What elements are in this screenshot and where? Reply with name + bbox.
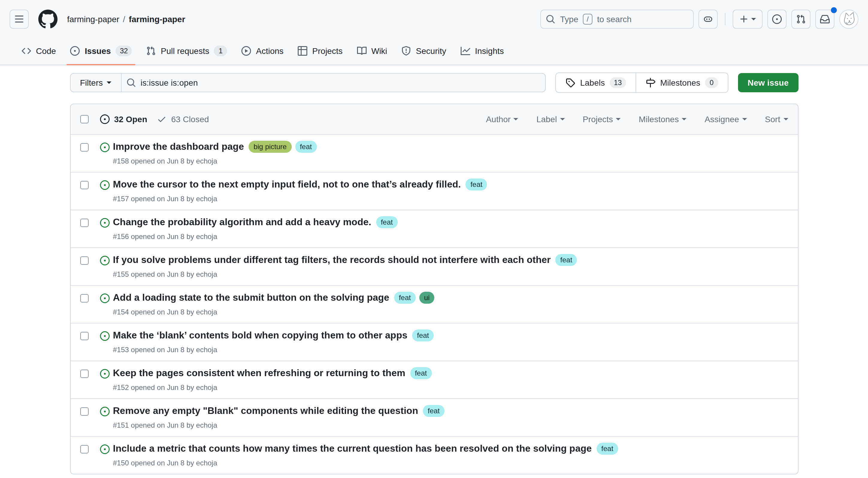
- issues-search-input[interactable]: [121, 73, 546, 92]
- issue-title[interactable]: Keep the pages consistent when refreshin…: [113, 367, 405, 379]
- main-content: Filters Labels 13 Milestones 0: [51, 72, 817, 474]
- hamburger-menu-button[interactable]: [9, 9, 29, 29]
- issue-row: Move the cursor to the next empty input …: [70, 172, 798, 210]
- issue-row: Make the ‘blank’ contents bold when copy…: [70, 323, 798, 360]
- issue-main: Remove any empty "Blank" components whil…: [113, 405, 444, 430]
- app-header: farming-paper / farming-paper Type / to …: [0, 0, 868, 65]
- issue-title[interactable]: Improve the dashboard page: [113, 141, 244, 153]
- issue-label[interactable]: feat: [597, 443, 618, 455]
- author-filter-dropdown[interactable]: Author: [486, 115, 519, 124]
- tab-issues[interactable]: Issues 32: [63, 37, 139, 65]
- issue-main: Make the ‘blank’ contents bold when copy…: [113, 329, 434, 355]
- closed-count-label: 63 Closed: [171, 115, 209, 124]
- issue-label[interactable]: feat: [410, 367, 432, 379]
- tab-insights[interactable]: Insights: [454, 37, 511, 65]
- issue-row: Keep the pages consistent when refreshin…: [70, 360, 798, 398]
- tab-wiki[interactable]: Wiki: [350, 37, 395, 65]
- issue-label[interactable]: feat: [412, 329, 434, 342]
- issue-title[interactable]: Change the probability algorithm and add…: [113, 216, 371, 228]
- issue-opened-icon: [100, 444, 109, 454]
- issue-labels: feat: [410, 367, 432, 379]
- issue-labels: feat: [423, 405, 444, 417]
- issues-list: Improve the dashboard page big picturefe…: [70, 134, 798, 474]
- issue-label[interactable]: feat: [466, 179, 487, 190]
- issue-title[interactable]: Include a metric that counts how many ti…: [113, 443, 592, 455]
- dropdown-label: Assignee: [705, 115, 739, 124]
- filters-dropdown-button[interactable]: Filters: [70, 73, 121, 92]
- avatar[interactable]: [839, 9, 859, 29]
- plus-icon: [739, 14, 749, 24]
- projects-filter-dropdown[interactable]: Projects: [583, 115, 621, 124]
- breadcrumb-owner-link[interactable]: farming-paper: [67, 14, 119, 24]
- tab-projects[interactable]: Projects: [291, 37, 350, 65]
- issue-opened-icon: [100, 369, 109, 379]
- chevron-down-icon: [616, 118, 621, 123]
- breadcrumb-repo-link[interactable]: farming-paper: [129, 14, 185, 24]
- issue-meta: #154 opened on Jun 8 by echoja: [113, 307, 434, 317]
- notifications-inbox-button[interactable]: [815, 9, 834, 29]
- filters-group: Filters: [70, 73, 546, 92]
- milestones-filter-dropdown[interactable]: Milestones: [639, 115, 687, 124]
- filters-row: Filters Labels 13 Milestones 0: [70, 72, 798, 93]
- list-header-filters: Author Label Projects Milestones Assigne…: [486, 115, 788, 124]
- tab-code[interactable]: Code: [14, 37, 63, 65]
- issue-checkbox[interactable]: [80, 370, 88, 378]
- issue-checkbox[interactable]: [80, 445, 88, 453]
- issue-title[interactable]: Remove any empty "Blank" components whil…: [113, 405, 418, 417]
- issue-checkbox[interactable]: [80, 332, 88, 340]
- github-logo[interactable]: [38, 9, 58, 29]
- milestones-button[interactable]: Milestones 0: [636, 73, 728, 92]
- issue-checkbox[interactable]: [80, 407, 88, 416]
- issue-meta: #157 opened on Jun 8 by echoja: [113, 194, 487, 204]
- tab-actions[interactable]: Actions: [235, 37, 291, 65]
- issue-checkbox[interactable]: [80, 294, 88, 302]
- issue-opened-icon: [100, 180, 109, 190]
- issue-checkbox[interactable]: [80, 181, 88, 189]
- global-pull-requests-button[interactable]: [791, 9, 810, 29]
- issue-title[interactable]: Make the ‘blank’ contents bold when copy…: [113, 329, 407, 342]
- issue-row: Change the probability algorithm and add…: [70, 210, 798, 247]
- copilot-button[interactable]: [699, 9, 718, 29]
- issue-title[interactable]: Move the cursor to the next empty input …: [113, 179, 461, 190]
- labels-button[interactable]: Labels 13: [556, 73, 636, 92]
- issue-label[interactable]: feat: [394, 292, 416, 304]
- tab-pull-requests[interactable]: Pull requests 1: [139, 37, 235, 65]
- tab-security[interactable]: Security: [395, 37, 454, 65]
- select-all-checkbox[interactable]: [80, 115, 88, 123]
- issue-label[interactable]: feat: [295, 141, 317, 153]
- issue-label[interactable]: feat: [556, 254, 577, 266]
- global-search-input[interactable]: Type / to search: [540, 9, 694, 29]
- issue-title[interactable]: Add a loading state to the submit button…: [113, 292, 390, 304]
- issue-row: Include a metric that counts how many ti…: [70, 436, 798, 474]
- assignee-filter-dropdown[interactable]: Assignee: [705, 115, 747, 124]
- open-issues-filter[interactable]: 32 Open: [100, 115, 147, 124]
- closed-issues-filter[interactable]: 63 Closed: [157, 115, 209, 124]
- chevron-down-icon: [783, 118, 788, 123]
- issue-checkbox[interactable]: [80, 219, 88, 227]
- sort-dropdown[interactable]: Sort: [765, 115, 788, 124]
- book-icon: [357, 46, 367, 56]
- search-icon: [546, 14, 555, 24]
- issue-title[interactable]: If you solve problems under different ta…: [113, 254, 551, 266]
- issue-label[interactable]: feat: [376, 216, 398, 228]
- issue-opened-icon: [772, 14, 782, 24]
- milestones-count-badge: 0: [705, 77, 718, 88]
- issue-meta: #155 opened on Jun 8 by echoja: [113, 269, 577, 279]
- milestones-label: Milestones: [660, 78, 700, 88]
- play-icon: [242, 46, 251, 56]
- tab-label: Code: [36, 46, 56, 56]
- issue-label[interactable]: big picture: [249, 141, 291, 153]
- issue-checkbox[interactable]: [80, 143, 88, 152]
- label-filter-dropdown[interactable]: Label: [536, 115, 565, 124]
- issue-title-line: Make the ‘blank’ contents bold when copy…: [113, 329, 434, 342]
- code-icon: [22, 46, 31, 56]
- issue-checkbox[interactable]: [80, 256, 88, 265]
- issue-opened-icon: [100, 115, 109, 124]
- issue-label[interactable]: feat: [423, 405, 444, 417]
- avatar-dog-sketch: [840, 10, 858, 28]
- issue-label[interactable]: ui: [419, 292, 435, 304]
- create-new-button[interactable]: [733, 9, 763, 29]
- new-issue-button[interactable]: New issue: [738, 73, 798, 92]
- global-issues-button[interactable]: [767, 9, 786, 29]
- issue-meta: #156 opened on Jun 8 by echoja: [113, 232, 398, 242]
